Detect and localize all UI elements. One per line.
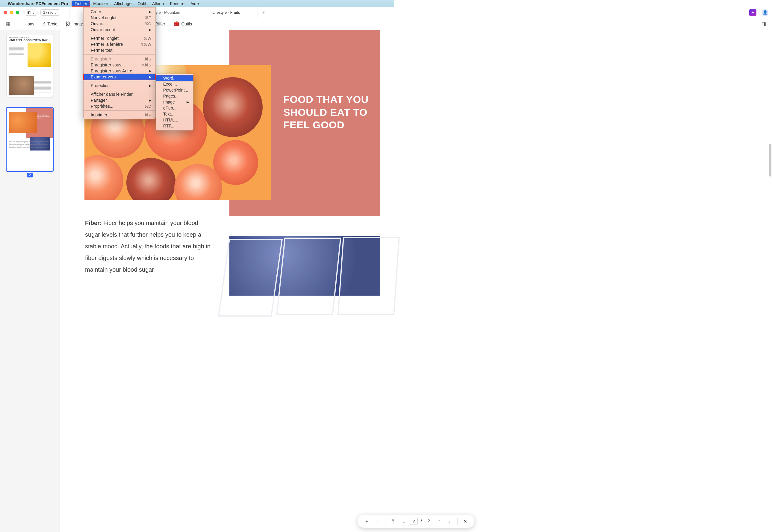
export-menu-item[interactable]: Word... [156,75,193,81]
thumb2-heading-placeholder: FOOD THAT YOU SHOULD EAT TO FEEL GOOD [37,114,50,119]
page-thumbnail-2[interactable]: FOOD THAT YOU SHOULD EAT TO FEEL GOOD Fi… [7,108,53,171]
submenu-arrow-icon: ▶ [149,10,151,14]
export-menu-item[interactable]: Excel... [156,81,193,87]
menu-shortcut: ⇧⌘W [140,42,151,47]
fiber-text: Fiber helps you maintain your blood suga… [85,220,211,270]
file-menu-item[interactable]: Créer▶ [83,9,155,15]
menu-item-label: Pages... [163,94,178,98]
toolbar-text-button[interactable]: ATexte [43,21,57,27]
menu-shortcut: ⌘O [144,22,151,26]
menu-shortcut: ⌘D [145,104,151,109]
thumb1-title: AND FEEL GOOD EVERY DAY [9,39,50,42]
page-blueberry-photo [230,236,380,270]
file-menu-item[interactable]: Ouvrir...⌘O [83,21,155,27]
menu-item-label: Propriétés... [91,104,113,109]
chevron-down-icon: ⌄ [32,10,35,15]
file-menu-item[interactable]: Propriétés...⌘D [83,103,155,109]
file-menu-item[interactable]: Partager▶ [83,97,155,103]
chevron-down-icon: ⌄ [54,10,57,15]
fiber-label: Fiber: [85,220,102,226]
menu-item-label: Nouvel onglet [91,15,116,20]
doc-tab-fruits[interactable]: Lifestyle - Fruits [195,7,258,18]
menu-aller-a[interactable]: Aller à [149,1,167,7]
titlebar: ◧ ⌄ 173% ⌄ e plan Lifestyle - Mountain L… [0,7,394,18]
minimize-window-button[interactable] [10,11,13,14]
thumb2-text-placeholder: Fiber: Fiber helps you maintain your blo… [9,141,49,148]
doc-tab-label: Lifestyle - Fruits [213,10,240,15]
sidebar-toggle[interactable]: ◧ ⌄ [25,10,37,16]
tools-icon: 🧰 [174,21,180,27]
export-menu-item[interactable]: RTF... [156,123,193,129]
export-menu-item[interactable]: ePub... [156,105,193,111]
menu-item-label: Exporter vers [91,75,115,79]
app-window: ◧ ⌄ 173% ⌄ e plan Lifestyle - Mountain L… [0,7,394,270]
file-menu-item[interactable]: Nouvel onglet⌘T [83,15,155,21]
export-menu-item[interactable]: Text... [156,111,193,117]
system-menubar: Wondershare PDFelement Pro Fichier Modif… [0,0,394,7]
menu-fenetre[interactable]: Fenêtre [167,1,187,7]
export-menu-item[interactable]: HTML... [156,117,193,123]
thumb2-fruit-image [9,112,37,133]
submenu-arrow-icon: ▶ [149,28,151,32]
menu-item-label: Excel... [163,82,177,86]
zoom-select[interactable]: 173% ⌄ [40,9,60,16]
menu-item-label: Enregistrer sous Autre [91,69,132,73]
menu-item-label: RTF... [163,124,174,128]
zoom-window-button[interactable] [16,11,19,14]
export-menu-item[interactable]: PowerPoint... [156,87,193,93]
toolbar-obscured-button[interactable]: ons [28,22,34,26]
file-menu-item: Enregistrer⌘S [83,56,155,62]
menu-item-label: Créer [91,9,101,14]
menu-aide[interactable]: Aide [187,1,202,7]
page-heading: FOOD THAT YOU SHOULD EAT TO FEEL GOOD [283,93,370,131]
zoom-value: 173% [43,10,53,15]
export-submenu: Word...Excel...PowerPoint...Pages...Imag… [156,74,194,130]
menu-item-label: Enregistrer sous... [91,63,125,67]
file-menu-item[interactable]: Fermer tout [83,47,155,53]
file-menu-item[interactable]: Imprimer...⌘P [83,112,155,118]
toolbar-label: Outils [181,22,192,26]
file-menu-item[interactable]: Ouvrir récent▶ [83,27,155,33]
menu-item-label: Ouvrir... [91,21,105,26]
menu-item-label: Fermer la fenêtre [91,42,123,47]
file-menu-item[interactable]: Enregistrer sous...⇧⌘S [83,62,155,68]
menu-item-label: Word... [163,76,177,80]
new-tab-button[interactable]: ＋ [258,7,270,18]
menu-affichage[interactable]: Affichage [111,1,134,7]
export-menu-item[interactable]: Pages... [156,93,193,99]
file-menu-item[interactable]: Fermer l'onglet⌘W [83,35,155,41]
text-icon: A [43,21,46,27]
toolbar-image-button[interactable]: 🖼Image [66,21,84,27]
main-toolbar: ▦ ons ATexte 🖼Image 🔗Lien ⊞Formulaire ⎚B… [0,18,394,30]
menu-item-label: Afficher dans le Finder [91,92,133,97]
menu-outil[interactable]: Outil [134,1,149,7]
submenu-arrow-icon: ▶ [149,75,151,79]
close-window-button[interactable] [4,11,7,14]
menu-item-label: Imprimer... [91,113,110,117]
grid-icon: ▦ [6,21,10,27]
file-menu-item[interactable]: Fermer la fenêtre⇧⌘W [83,41,155,47]
page-thumbnail-1[interactable]: HOW TO EAT HEALTHY AND FEEL GOOD EVERY D… [7,34,53,97]
menu-item-label: HTML... [163,118,178,122]
toolbar-label: ons [28,22,34,26]
toolbar-tools-button[interactable]: 🧰Outils [174,21,192,27]
traffic-lights [4,11,19,14]
image-icon: 🖼 [66,21,71,27]
menu-shortcut: ⌘P [145,113,151,117]
menu-fichier[interactable]: Fichier [72,1,90,7]
toolbar-label: Biffer [155,22,165,26]
thumb1-image-lemons [28,43,51,67]
file-menu-item[interactable]: Exporter vers▶ [83,74,155,80]
menu-item-label: Enregistrer [91,57,111,61]
file-menu-item[interactable]: Protection▶ [83,83,155,89]
export-menu-item[interactable]: Image▶ [156,99,193,105]
file-menu-item[interactable]: Afficher dans le Finder [83,91,155,97]
menu-modifier[interactable]: Modifier [90,1,111,7]
app-name[interactable]: Wondershare PDFelement Pro [8,1,68,6]
submenu-arrow-icon: ▶ [149,98,151,102]
file-menu-item[interactable]: Enregistrer sous Autre▶ [83,68,155,74]
menu-shortcut: ⇧⌘S [141,63,151,67]
menu-shortcut: ⌘S [145,57,151,61]
menu-item-label: Fermer l'onglet [91,36,118,41]
toolbar-grid-button[interactable]: ▦ [6,21,10,27]
